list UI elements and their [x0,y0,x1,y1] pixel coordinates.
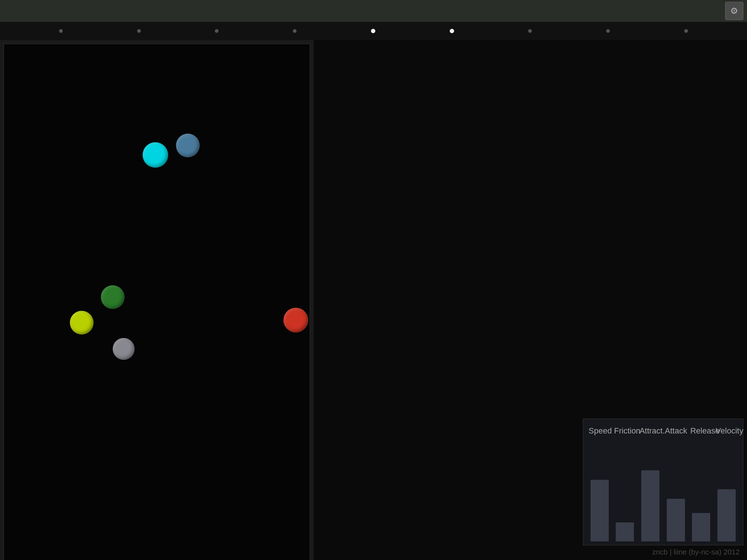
param-panel-header: SpeedFrictionAttract.AttackReleaseVeloci… [587,426,739,436]
canvas-area[interactable] [4,44,310,560]
footer-text: zncb | liine (by-nc-sa) 2012 [652,548,740,556]
bar-4 [692,513,710,541]
bar-3 [667,499,685,541]
dots-row [0,22,747,40]
settings-icon: ⚙ [730,6,738,16]
param-label-attract.: Attract. [639,426,661,436]
dot-1[interactable] [59,29,63,33]
bar-col-4[interactable] [691,439,711,541]
bar-col-3[interactable] [666,439,686,541]
param-label-speed: Speed [589,426,611,436]
dot-7[interactable] [528,29,532,33]
bar-0 [591,480,609,541]
bar-col-5[interactable] [717,439,737,541]
bar-1 [616,522,634,541]
param-label-velocity: Velocity [716,426,738,436]
dot-8[interactable] [606,29,610,33]
bar-col-1[interactable] [615,439,635,541]
settings-button[interactable]: ⚙ [725,2,743,20]
param-label-release: Release [690,426,712,436]
dot-6-active[interactable] [450,29,454,33]
param-label-friction: Friction [614,426,636,436]
ball-steelblue[interactable] [176,134,200,158]
ball-gray[interactable] [113,338,135,360]
ball-yellowgreen[interactable] [70,311,94,335]
param-panel: SpeedFrictionAttract.AttackReleaseVeloci… [583,419,743,545]
ball-orange[interactable] [283,308,308,332]
toolbar: ⚙ [0,0,747,22]
bar-2 [641,470,659,541]
bars-container [587,439,739,541]
bar-col-2[interactable] [640,439,661,541]
right-panel: SpeedFrictionAttract.AttackReleaseVeloci… [314,40,747,560]
dot-5-active[interactable] [371,29,375,33]
dot-9[interactable] [684,29,688,33]
param-label-attack: Attack [665,426,687,436]
dot-3[interactable] [215,29,218,33]
bar-5 [717,489,736,541]
watermark: zncb | liine (by-nc-sa) 2012 [652,548,740,556]
dot-2[interactable] [137,29,141,33]
ball-cyan[interactable] [143,142,168,168]
bar-col-0[interactable] [589,439,609,541]
dot-4[interactable] [293,29,297,33]
main-area: SpeedFrictionAttract.AttackReleaseVeloci… [0,40,747,560]
ball-green[interactable] [101,285,125,309]
